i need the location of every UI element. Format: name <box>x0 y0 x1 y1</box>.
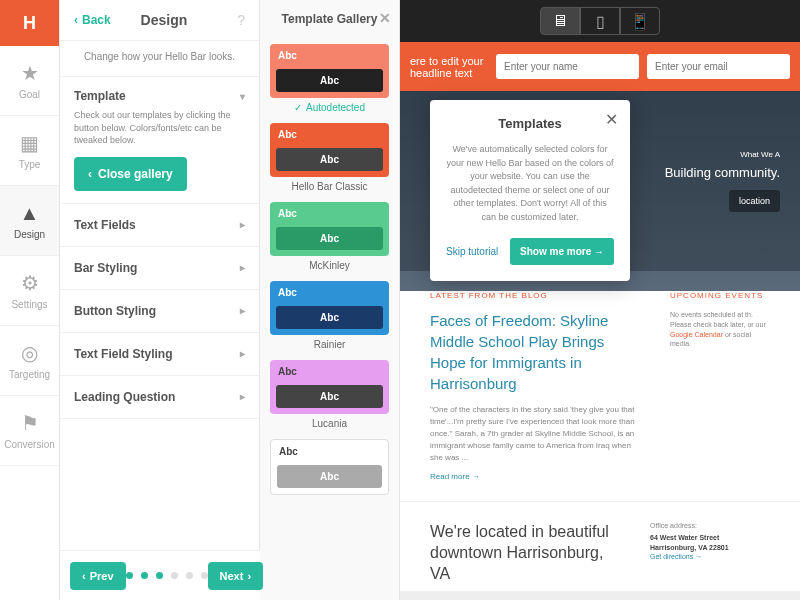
button-label: Prev <box>90 570 114 582</box>
blog-section-label: LATEST FROM THE BLOG <box>430 291 640 300</box>
rail-label: Conversion <box>4 439 55 450</box>
template-bottom-label: Abc <box>277 465 382 488</box>
events-body: No events scheduled at th. Please check … <box>670 311 766 328</box>
row-button-styling[interactable]: Button Styling▸ <box>60 290 259 333</box>
button-label: Next <box>220 570 244 582</box>
step-dots <box>126 572 208 579</box>
panel-title: Design <box>91 12 238 28</box>
close-gallery-button[interactable]: ‹Close gallery <box>74 157 187 191</box>
row-label: Text Fields <box>74 218 136 232</box>
desktop-icon: 🖥 <box>552 12 568 30</box>
step-dot[interactable] <box>141 572 148 579</box>
template-top-label: Abc <box>270 281 389 302</box>
hero-button: location <box>729 190 780 212</box>
step-dot[interactable] <box>156 572 163 579</box>
row-bar-styling[interactable]: Bar Styling▸ <box>60 247 259 290</box>
template-section: Template▾ Check out our templates by cli… <box>60 77 259 204</box>
next-button[interactable]: Next› <box>208 562 264 590</box>
device-tablet-button[interactable]: ▯ <box>580 7 620 35</box>
template-card[interactable]: AbcAbc <box>270 123 389 177</box>
flag-icon: ⚑ <box>21 411 39 435</box>
template-name: Hello Bar Classic <box>260 181 399 192</box>
template-name: Lucania <box>260 418 399 429</box>
show-more-button[interactable]: Show me more → <box>510 238 614 265</box>
logo[interactable]: H <box>0 0 59 46</box>
template-section-desc: Check out our templates by clicking the … <box>74 109 245 147</box>
popup-title: Templates <box>446 116 614 131</box>
template-top-label: Abc <box>270 44 389 65</box>
headline-text[interactable]: ere to edit your headline text <box>410 55 488 79</box>
step-dot[interactable] <box>126 572 133 579</box>
grid-icon: ▦ <box>20 131 39 155</box>
autodetected-label: ✓ Autodetected <box>260 102 399 113</box>
template-bottom-label: Abc <box>276 148 383 171</box>
template-name: Rainier <box>260 339 399 350</box>
location-main: We're located in beautiful downtown Harr… <box>430 522 620 600</box>
template-card[interactable]: AbcAbc <box>270 439 389 495</box>
row-leading-question[interactable]: Leading Question▸ <box>60 376 259 419</box>
button-label: Close gallery <box>98 167 173 181</box>
chevron-right-icon: › <box>247 570 251 582</box>
chevron-left-icon: ‹ <box>82 570 86 582</box>
help-icon[interactable]: ? <box>237 12 245 28</box>
chevron-right-icon: ▸ <box>240 348 245 359</box>
row-label: Text Field Styling <box>74 347 172 361</box>
device-desktop-button[interactable]: 🖥 <box>540 7 580 35</box>
template-top-label: Abc <box>270 360 389 381</box>
row-text-field-styling[interactable]: Text Field Styling▸ <box>60 333 259 376</box>
location-title: We're located in beautiful downtown Harr… <box>430 522 620 584</box>
template-bottom-label: Abc <box>276 227 383 250</box>
name-input[interactable] <box>496 54 639 79</box>
device-mobile-button[interactable]: 📱 <box>620 7 660 35</box>
mobile-icon: 📱 <box>630 12 650 31</box>
rail-design[interactable]: ▲Design <box>0 186 59 256</box>
hero-title: Building community. <box>665 165 780 180</box>
template-top-label: Abc <box>270 202 389 223</box>
template-section-title[interactable]: Template▾ <box>74 89 245 103</box>
rail-label: Design <box>14 229 45 240</box>
directions-link: Get directions → <box>650 553 770 560</box>
prev-button[interactable]: ‹Prev <box>70 562 126 590</box>
template-top-label: Abc <box>270 123 389 144</box>
chevron-right-icon: ▸ <box>240 219 245 230</box>
template-card[interactable]: AbcAbc <box>270 202 389 256</box>
template-bottom-label: Abc <box>276 69 383 92</box>
design-panel: ‹Back Design ? Change how your Hello Bar… <box>60 0 260 600</box>
row-label: Leading Question <box>74 390 175 404</box>
template-card[interactable]: AbcAbc <box>270 44 389 98</box>
step-dot[interactable] <box>171 572 178 579</box>
read-more-link: Read more → <box>430 472 640 481</box>
rail-type[interactable]: ▦Type <box>0 116 59 186</box>
image-icon: ▲ <box>20 202 40 225</box>
blog-column: LATEST FROM THE BLOG Faces of Freedom: S… <box>430 291 640 481</box>
template-gallery[interactable]: Template Gallery ✕ AbcAbc✓ AutodetectedA… <box>260 0 400 600</box>
skip-tutorial-link[interactable]: Skip tutorial <box>446 246 498 257</box>
template-card[interactable]: AbcAbc <box>270 281 389 335</box>
rail-label: Goal <box>19 89 40 100</box>
template-card[interactable]: AbcAbc <box>270 360 389 414</box>
calendar-link: Google Calendar <box>670 331 723 338</box>
rail-targeting[interactable]: ◎Targeting <box>0 326 59 396</box>
step-dot[interactable] <box>186 572 193 579</box>
rail-label: Type <box>19 159 41 170</box>
row-text-fields[interactable]: Text Fields▸ <box>60 204 259 247</box>
rail-conversion[interactable]: ⚑Conversion <box>0 396 59 466</box>
rail-label: Targeting <box>9 369 50 380</box>
close-icon[interactable]: ✕ <box>379 10 391 26</box>
gallery-header: Template Gallery ✕ <box>260 0 399 38</box>
rail-label: Settings <box>11 299 47 310</box>
gallery-title: Template Gallery <box>282 12 378 26</box>
close-icon[interactable]: ✕ <box>605 110 618 129</box>
target-icon: ◎ <box>21 341 38 365</box>
template-name: McKinley <box>260 260 399 271</box>
address-column: Office address: 64 West Water Street Har… <box>650 522 770 600</box>
step-dot[interactable] <box>201 572 208 579</box>
chevron-right-icon: ▸ <box>240 305 245 316</box>
left-rail: H ★Goal ▦Type ▲Design ⚙Settings ◎Targeti… <box>0 0 60 600</box>
tutorial-popup: ✕ Templates We've automatically selected… <box>430 100 630 281</box>
rail-goal[interactable]: ★Goal <box>0 46 59 116</box>
email-input[interactable] <box>647 54 790 79</box>
row-label: Bar Styling <box>74 261 137 275</box>
rail-settings[interactable]: ⚙Settings <box>0 256 59 326</box>
check-icon: ✓ <box>294 102 302 113</box>
